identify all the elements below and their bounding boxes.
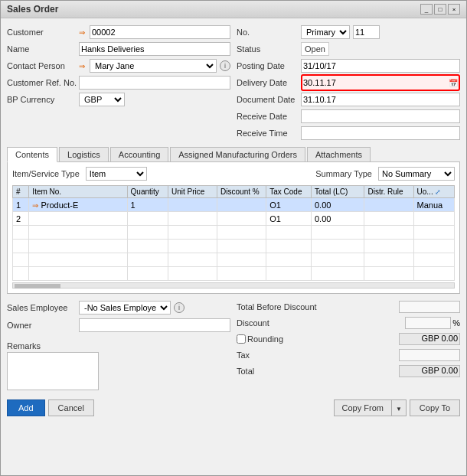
tab-assigned-mfg[interactable]: Assigned Manufacturing Orders: [170, 147, 305, 161]
no-label: No.: [237, 28, 298, 37]
expand-icon[interactable]: ⤢: [435, 188, 441, 196]
tab-attachments[interactable]: Attachments: [307, 147, 371, 161]
tab-accounting[interactable]: Accounting: [110, 147, 168, 161]
receive-time-row: Receive Time: [237, 126, 460, 141]
cancel-button[interactable]: Cancel: [48, 399, 94, 416]
owner-row: Owner: [7, 318, 230, 333]
col-header-disc: Discount %: [217, 186, 266, 198]
before-discount-input[interactable]: [399, 301, 460, 313]
cell-total-2[interactable]: 0.00: [311, 212, 364, 226]
posting-input[interactable]: [301, 59, 460, 73]
cell-disc-2[interactable]: [217, 212, 266, 226]
copy-to-button[interactable]: Copy To: [410, 399, 460, 416]
rounding-value: GBP 0.00: [399, 333, 460, 345]
total-label: Total: [237, 367, 328, 376]
title-bar: Sales Order _ □ ×: [1, 1, 466, 18]
window-content: Customer ⇒ Name Contact Person ⇒ Mary Ja…: [1, 18, 466, 475]
cell-tax-2[interactable]: O1: [266, 212, 312, 226]
ref-row: Customer Ref. No.: [7, 75, 230, 90]
cell-tax-1[interactable]: O1: [266, 198, 312, 212]
posting-label: Posting Date: [237, 61, 298, 70]
bp-currency-select[interactable]: GBP: [79, 93, 125, 106]
customer-row: Customer ⇒: [7, 24, 230, 40]
customer-label: Customer: [7, 28, 76, 37]
cell-qty-1[interactable]: 1: [127, 198, 168, 212]
sales-employee-select[interactable]: -No Sales Employee-: [79, 301, 171, 315]
dropdown-arrow-icon: ▼: [396, 406, 402, 412]
tab-logistics[interactable]: Logistics: [59, 147, 109, 161]
right-fields: No. Primary Status Open Posting Date Del…: [237, 24, 460, 141]
cell-uo-1[interactable]: Manua: [413, 198, 454, 212]
cell-qty-2[interactable]: [127, 212, 168, 226]
col-header-tax: Tax Code: [266, 186, 312, 198]
ref-input[interactable]: [79, 76, 230, 90]
summary-type-label: Summary Type: [315, 169, 372, 178]
col-header-qty: Quantity: [127, 186, 168, 198]
cell-price-2[interactable]: [168, 212, 217, 226]
no-row: No. Primary: [237, 24, 460, 40]
name-row: Name: [7, 41, 230, 57]
col-header-hash: #: [13, 186, 29, 198]
header-form: Customer ⇒ Name Contact Person ⇒ Mary Ja…: [7, 24, 460, 141]
cell-item-1[interactable]: ⇒ Product-E: [29, 198, 127, 212]
no-type-select[interactable]: Primary: [301, 25, 350, 39]
receive-date-input[interactable]: [301, 109, 460, 123]
copy-from-arrow-button[interactable]: ▼: [391, 399, 407, 416]
name-input[interactable]: [79, 42, 230, 56]
no-input[interactable]: [353, 25, 380, 39]
cell-price-1[interactable]: [168, 198, 217, 212]
item-service-select[interactable]: Item: [86, 167, 147, 181]
tax-input[interactable]: [399, 349, 460, 361]
summary-type-select[interactable]: No Summary: [378, 167, 455, 181]
rounding-checkbox[interactable]: [237, 334, 246, 344]
remarks-textarea[interactable]: [7, 352, 99, 390]
contact-select[interactable]: Mary Jane: [90, 59, 217, 73]
window-title: Sales Order: [7, 4, 58, 15]
discount-input[interactable]: [405, 317, 451, 329]
bp-currency-row: BP Currency GBP: [7, 92, 230, 107]
sales-order-window: Sales Order _ □ × Customer ⇒ Name: [0, 0, 467, 476]
left-fields: Customer ⇒ Name Contact Person ⇒ Mary Ja…: [7, 24, 230, 141]
delivery-input[interactable]: [303, 77, 447, 89]
contact-info-icon[interactable]: i: [220, 60, 230, 71]
customer-input[interactable]: [90, 25, 230, 39]
maximize-button[interactable]: □: [434, 4, 446, 15]
tab-bar: Contents Logistics Accounting Assigned M…: [7, 147, 460, 162]
owner-input[interactable]: [79, 318, 230, 332]
add-button[interactable]: Add: [7, 399, 45, 416]
contact-label: Contact Person: [7, 61, 76, 70]
horizontal-scrollbar[interactable]: [12, 282, 455, 289]
receive-time-label: Receive Time: [237, 129, 298, 138]
ref-label: Customer Ref. No.: [7, 78, 76, 87]
document-row: Document Date: [237, 92, 460, 107]
cell-row-2: 2: [13, 212, 29, 226]
cell-item-2[interactable]: [29, 212, 127, 226]
cell-distr-2[interactable]: [364, 212, 413, 226]
minimize-button[interactable]: _: [420, 4, 433, 15]
before-discount-row: Total Before Discount: [237, 300, 460, 314]
contact-row: Contact Person ⇒ Mary Jane i: [7, 58, 230, 73]
cell-distr-1[interactable]: [364, 198, 413, 212]
left-buttons: Add Cancel: [7, 399, 94, 416]
receive-time-input[interactable]: [301, 126, 460, 140]
copy-from-split-button: Copy From ▼: [334, 399, 407, 416]
tab-contents[interactable]: Contents: [7, 147, 57, 162]
sales-employee-info-icon[interactable]: i: [174, 302, 185, 313]
owner-label: Owner: [7, 321, 76, 330]
bp-currency-label: BP Currency: [7, 95, 76, 104]
cell-uo-2[interactable]: [413, 212, 454, 226]
delivery-highlight: 📅: [301, 74, 460, 91]
status-label: Status: [237, 44, 298, 54]
calendar-icon[interactable]: 📅: [449, 79, 458, 87]
status-badge: Open: [301, 42, 329, 56]
cell-total-1[interactable]: 0.00: [311, 198, 364, 212]
document-input[interactable]: [301, 93, 460, 106]
close-button[interactable]: ×: [448, 4, 460, 15]
cell-disc-1[interactable]: [217, 198, 266, 212]
button-bar: Add Cancel Copy From ▼ Copy To: [7, 399, 460, 416]
copy-from-button[interactable]: Copy From: [334, 399, 391, 416]
col-header-distr: Distr. Rule: [364, 186, 413, 198]
bottom-section: Sales Employee -No Sales Employee- i Own…: [7, 300, 460, 392]
delivery-row: Delivery Date 📅: [237, 75, 460, 90]
bottom-left: Sales Employee -No Sales Employee- i Own…: [7, 300, 230, 392]
